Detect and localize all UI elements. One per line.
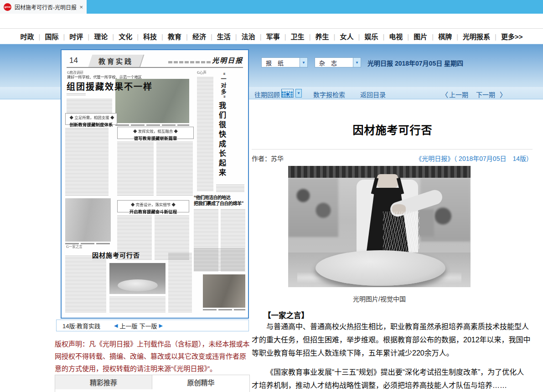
newspaper-page-number: 14 [69,56,78,65]
nav-item-jiaoyu[interactable]: 教育 [168,31,192,41]
back-to-contents-link[interactable]: 返回目录 [360,90,386,99]
nav-item-fazhi[interactable]: 法治 [242,31,266,41]
byline-bar [92,258,106,261]
next-issue-link[interactable]: 下一期 [476,90,495,99]
newspaper-header: 14 教育实践 光明日报 [67,55,243,68]
next-issue-arrow-icon[interactable]: 〉 [500,90,507,99]
column-tag: G心声 [197,70,207,75]
paper-select[interactable]: 报 纸 ▼ [261,57,308,67]
newspaper-page: 14 教育实践 光明日报 G教改调研 建好一所学校、代管一所学校、示范一个地区 … [64,52,246,315]
nav-item-more[interactable]: 更多>> [501,31,523,41]
prev-page-arrow-icon[interactable]: ◀ [114,323,118,329]
sub-headline-box-3: ◆ 完善设计，落实细节 ◆ 开启教育援藏奋斗新征程 [117,200,189,212]
past-issues-link[interactable]: 往期回顾 [254,90,280,99]
nav-item-shiping[interactable]: 时评 [69,31,94,41]
nav-item-lilun[interactable]: 理论 [94,31,119,41]
article-meta-row: 作者：苏华 《光明日报》（ 2018年07月05日 14版） [252,154,533,163]
nav-item-tupian[interactable]: 图片 [414,31,438,41]
page-nav-bar: 14版:教育实践 ◀ 上一版 下一版 ▶ [56,320,249,331]
bottom-tabs: 精彩推荐 原创精华 [55,375,250,392]
nav-item-weisheng[interactable]: 卫生 [291,31,315,41]
newspaper-headline-2: 因材施考可行否 [92,250,140,259]
column-tag: G一家之言 [66,244,83,249]
newspaper-section-name: 教育实践 [88,55,145,67]
article-paragraph-2: 《国家教育事业发展“十三五”规划》提出要“深化考试招生制度改革”，为了优化人才培… [252,366,531,392]
browser-tab-bar: gmw 因材施考可行否-光明日报-: × [0,0,543,14]
nav-item-guoji[interactable]: 国际 [45,31,69,41]
kitchen-background [288,178,338,237]
newspaper-masthead: 光明日报 [212,55,243,65]
vertical-headline: “一对多” 我们很快成长起来 [216,72,227,181]
article-paragraph-1: 与普通高中、普通高校火热招生相比，职业教育虽然承担培养高素质技术技能型人才的重大… [252,320,531,360]
prev-issue-link[interactable]: 上一期 [449,90,468,99]
digital-search-link[interactable]: 数字报检索 [313,90,345,99]
dough [315,250,445,286]
prev-page-link[interactable]: 上一版 [120,321,138,330]
edition-date: 光明日报 2018年07月05日 星期四 [367,58,463,67]
next-page-link[interactable]: 下一版 [140,321,157,330]
nav-item-wenhua[interactable]: 文化 [119,31,143,41]
lab-photo [65,198,111,242]
prev-issue-arrow-icon[interactable]: 〈 [441,90,448,99]
text-block [216,185,244,193]
site-favicon: gmw [4,3,11,11]
photo-caption-bar [115,124,189,126]
text-block [109,297,165,312]
paper-select-value: 报 纸 [262,58,300,67]
calendar-icon[interactable] [281,89,294,98]
browser-tab[interactable]: gmw 因材施考可行否-光明日报-: × [0,0,87,14]
text-block [168,253,192,312]
article-photo-baker [288,166,471,287]
nav-item-nvren[interactable]: 女人 [340,31,364,41]
text-block [156,142,193,196]
text-block [117,142,154,196]
photo-caption: 光明图片/视觉中国 [288,294,471,303]
newspaper-page-thumbnail[interactable]: 14 教育实践 光明日报 G教改调研 建好一所学校、代管一所学校、示范一个地区 … [61,49,249,319]
nav-item-dianshi[interactable]: 电视 [389,31,414,41]
article-section-tag: 【一家之言】 [264,309,309,320]
text-block [65,256,106,312]
select-arrow-icon: ▼ [353,58,361,67]
nav-item-shizheng[interactable]: 时政 [20,31,45,41]
photo-caption-bar [203,309,245,310]
newspaper-headline-1: 组团援藏效果不一样 [67,80,153,92]
text-block [194,248,245,271]
nav-item-jingji[interactable]: 经济 [192,31,217,41]
calendar-dropdown-icon[interactable]: ▼ [295,89,302,98]
nav-item-keji[interactable]: 科技 [143,31,168,41]
next-page-arrow-icon[interactable]: ▶ [159,323,163,329]
students-photo [203,274,245,308]
nav-item-junshi[interactable]: 军事 [266,31,291,41]
tab-original[interactable]: 原创精华 [152,375,249,389]
site-header: G 光明网 GMW.cn 首页 English 您想去哪里？ [0,14,543,28]
article-source-link[interactable]: 《光明日报》（ 2018年07月05日 14版） [415,154,533,163]
quote-headline: “他们用洁白的哈达 把我们裹成了白白的绵羊” [194,195,243,206]
nav-item-shenghuo[interactable]: 生活 [217,31,242,41]
page-nav-label: 14版:教育实践 [62,321,100,330]
copyright-notice: 版权声明：凡《光明日报》上刊载作品（含标题），未经本报或本网授权不得转载、摘编、… [55,338,251,375]
article-title: 因材施考可行否 [252,121,533,137]
tab-close-icon[interactable]: × [79,4,83,10]
article-author: 作者：苏华 [252,154,284,163]
newspaper-dateline [168,61,212,63]
bread-photo-mini [109,263,165,294]
tab-title: 因材施考可行否-光明日报-: [15,3,76,11]
sub-headline-box-2: ◆ 发挥实效，相互融合 ◆ 谱写教育援藏崭新篇章 [117,127,194,139]
article-body: 与普通高中、普通高校火热招生相比，职业教育虽然承担培养高素质技术技能型人才的重大… [252,320,531,392]
sub-headline-box-1: ◆ 立足所需，相团支援 ◆ 创新教育援藏制度体系 [65,113,117,125]
nav-item-yule[interactable]: 娱乐 [364,31,389,41]
byline-bar [67,93,86,96]
select-arrow-icon: ▼ [300,58,307,67]
magazine-select[interactable]: 杂 志 ▼ [315,57,361,67]
main-nav: 时政 国际 时评 理论 文化 科技 教育 经济 生活 法治 军事 卫生 养生 女… [0,28,543,44]
magazine-select-value: 杂 志 [315,58,353,67]
tab-recommended[interactable]: 精彩推荐 [55,375,152,389]
text-block [65,128,109,196]
divider-line [252,149,533,150]
nav-item-yangsheng[interactable]: 养生 [315,31,340,41]
nav-list: 时政 国际 时评 理论 文化 科技 教育 经济 生活 法治 军事 卫生 养生 女… [20,31,522,41]
baker-head [377,174,398,188]
text-block [197,77,213,191]
nav-item-qipai[interactable]: 棋牌 [438,31,463,41]
nav-item-baoxi[interactable]: 光明报系 [463,31,501,41]
